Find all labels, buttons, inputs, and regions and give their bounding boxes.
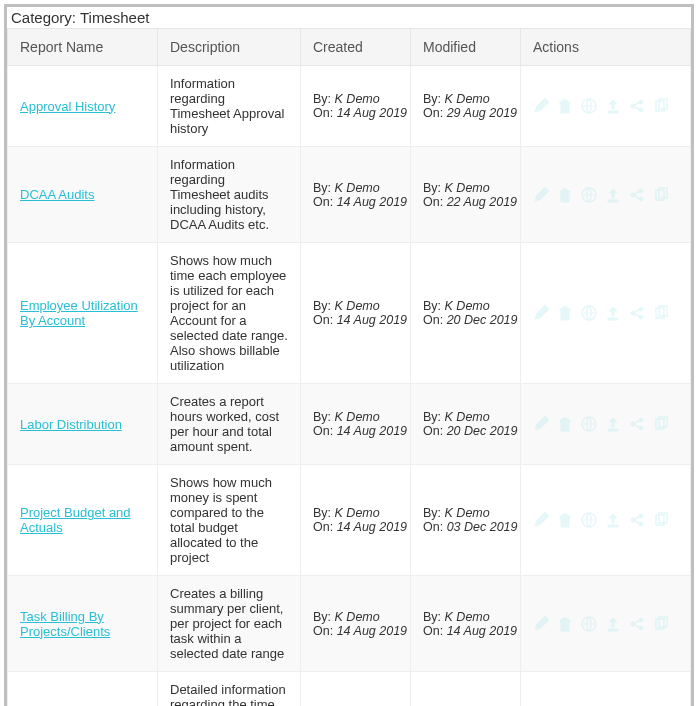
by-label: By: xyxy=(313,299,335,313)
by-label: By: xyxy=(313,181,335,195)
delete-icon[interactable] xyxy=(557,616,573,632)
globe-icon[interactable] xyxy=(581,187,597,203)
created-by: K Demo xyxy=(335,92,380,106)
report-link[interactable]: Labor Distribution xyxy=(20,417,122,432)
created-by: K Demo xyxy=(335,506,380,520)
globe-icon[interactable] xyxy=(581,616,597,632)
created-on: 14 Aug 2019 xyxy=(337,520,407,534)
created-on: 14 Aug 2019 xyxy=(337,313,407,327)
globe-icon[interactable] xyxy=(581,512,597,528)
modified-by: K Demo xyxy=(445,506,490,520)
modified-cell: By: K DemoOn: 29 Aug 2019 xyxy=(411,66,521,147)
copy-icon[interactable] xyxy=(653,616,669,632)
share-icon[interactable] xyxy=(629,416,645,432)
globe-icon[interactable] xyxy=(581,416,597,432)
upload-icon[interactable] xyxy=(605,616,621,632)
upload-icon[interactable] xyxy=(605,187,621,203)
by-label: By: xyxy=(313,610,335,624)
share-icon[interactable] xyxy=(629,187,645,203)
table-row: Employee Utilization By AccountShows how… xyxy=(8,243,691,384)
created-by: K Demo xyxy=(335,299,380,313)
globe-icon[interactable] xyxy=(581,98,597,114)
copy-icon[interactable] xyxy=(653,187,669,203)
created-cell: By: K DemoOn: 14 Aug 2019 xyxy=(301,465,411,576)
copy-icon[interactable] xyxy=(653,305,669,321)
report-link[interactable]: Employee Utilization By Account xyxy=(20,298,138,328)
upload-icon[interactable] xyxy=(605,416,621,432)
share-icon[interactable] xyxy=(629,98,645,114)
report-link[interactable]: Project Budget and Actuals xyxy=(20,505,131,535)
copy-icon[interactable] xyxy=(653,416,669,432)
edit-icon[interactable] xyxy=(533,187,549,203)
modified-by: K Demo xyxy=(445,410,490,424)
report-link[interactable]: Approval History xyxy=(20,99,115,114)
created-by: K Demo xyxy=(335,181,380,195)
modified-on: 03 Dec 2019 xyxy=(447,520,518,534)
report-link[interactable]: DCAA Audits xyxy=(20,187,94,202)
copy-icon[interactable] xyxy=(653,512,669,528)
actions-cell xyxy=(521,66,691,147)
created-cell: By: K DemoOn: 14 Aug 2019 xyxy=(301,576,411,672)
report-link[interactable]: Task Billing By Projects/Clients xyxy=(20,609,110,639)
edit-icon[interactable] xyxy=(533,616,549,632)
modified-on: 14 Aug 2019 xyxy=(447,624,517,638)
on-label: On: xyxy=(423,520,447,534)
share-icon[interactable] xyxy=(629,305,645,321)
modified-on: 20 Dec 2019 xyxy=(447,313,518,327)
delete-icon[interactable] xyxy=(557,416,573,432)
edit-icon[interactable] xyxy=(533,512,549,528)
edit-icon[interactable] xyxy=(533,416,549,432)
edit-icon[interactable] xyxy=(533,98,549,114)
actions-cell xyxy=(521,243,691,384)
modified-by: K Demo xyxy=(445,181,490,195)
table-row: DCAA AuditsInformation regarding Timeshe… xyxy=(8,147,691,243)
actions-cell xyxy=(521,384,691,465)
delete-icon[interactable] xyxy=(557,305,573,321)
created-cell: By: K DemoOn: 14 Aug 2019 xyxy=(301,147,411,243)
modified-cell: By: K DemoOn: 20 Dec 2019 xyxy=(411,384,521,465)
actions-cell xyxy=(521,672,691,707)
share-icon[interactable] xyxy=(629,512,645,528)
report-description: Information regarding Timesheet Approval… xyxy=(158,66,301,147)
actions-cell xyxy=(521,147,691,243)
delete-icon[interactable] xyxy=(557,512,573,528)
modified-cell: By: K DemoOn: 20 Dec 2019 xyxy=(411,243,521,384)
modified-on: 22 Aug 2019 xyxy=(447,195,517,209)
created-on: 14 Aug 2019 xyxy=(337,106,407,120)
reports-panel: Category: Timesheet Report Name Descript… xyxy=(4,4,694,706)
upload-icon[interactable] xyxy=(605,305,621,321)
col-modified[interactable]: Modified xyxy=(411,29,521,66)
copy-icon[interactable] xyxy=(653,98,669,114)
created-cell: By: K DemoOn: 14 Aug 2019 xyxy=(301,384,411,465)
actions-cell xyxy=(521,465,691,576)
report-description: Shows how much money is spent compared t… xyxy=(158,465,301,576)
created-on: 14 Aug 2019 xyxy=(337,195,407,209)
globe-icon[interactable] xyxy=(581,305,597,321)
on-label: On: xyxy=(313,106,337,120)
modified-by: K Demo xyxy=(445,92,490,106)
modified-cell: By: K DemoOn: 03 Dec 2019 xyxy=(411,465,521,576)
on-label: On: xyxy=(313,313,337,327)
share-icon[interactable] xyxy=(629,616,645,632)
on-label: On: xyxy=(423,313,447,327)
upload-icon[interactable] xyxy=(605,98,621,114)
created-on: 14 Aug 2019 xyxy=(337,624,407,638)
by-label: By: xyxy=(313,92,335,106)
delete-icon[interactable] xyxy=(557,187,573,203)
modified-by: K Demo xyxy=(445,299,490,313)
table-row: Project Budget and ActualsShows how much… xyxy=(8,465,691,576)
on-label: On: xyxy=(313,424,337,438)
by-label: By: xyxy=(423,181,445,195)
modified-on: 29 Aug 2019 xyxy=(447,106,517,120)
col-created[interactable]: Created xyxy=(301,29,411,66)
modified-cell: By: K DemoOn: 14 Aug 2019 xyxy=(411,576,521,672)
table-row: Labor DistributionCreates a report hours… xyxy=(8,384,691,465)
col-report-name[interactable]: Report Name xyxy=(8,29,158,66)
on-label: On: xyxy=(313,624,337,638)
upload-icon[interactable] xyxy=(605,512,621,528)
col-description[interactable]: Description xyxy=(158,29,301,66)
edit-icon[interactable] xyxy=(533,305,549,321)
delete-icon[interactable] xyxy=(557,98,573,114)
category-header: Category: Timesheet xyxy=(7,7,691,28)
modified-cell: By: K DemoOn: 22 Aug 2019 xyxy=(411,147,521,243)
